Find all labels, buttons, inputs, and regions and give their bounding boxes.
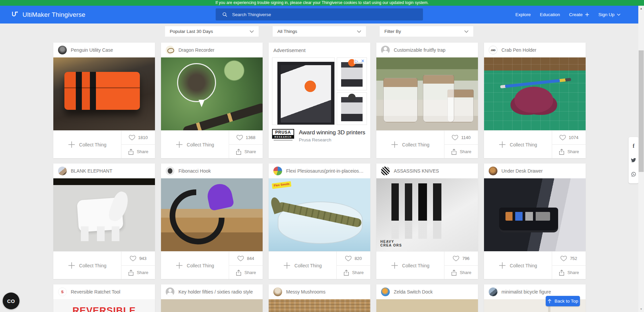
collect-thing-button[interactable]: Collect Thing xyxy=(161,252,229,279)
nav-signup[interactable]: Sign Up xyxy=(598,12,621,17)
thing-title[interactable]: Messy Mushrooms xyxy=(286,289,325,295)
avatar[interactable] xyxy=(166,46,174,54)
avatar[interactable] xyxy=(381,46,390,54)
thing-title[interactable]: Reversible Ratchet Tool xyxy=(71,289,120,295)
scrollbar-thumb[interactable] xyxy=(639,50,644,172)
thing-thumbnail[interactable] xyxy=(484,57,586,130)
like-button[interactable]: 752 xyxy=(552,252,586,266)
ad-body[interactable]: ▷ ✕ PRUSA RESEARCH Award winning 3D prin… xyxy=(269,57,370,142)
thing-card[interactable]: S Reversible Ratchet Tool REVERSIBLE Col… xyxy=(53,284,155,312)
avatar[interactable] xyxy=(273,287,282,296)
avatar[interactable]: J3D xyxy=(489,46,497,54)
share-button[interactable]: Share xyxy=(552,266,586,279)
thing-thumbnail[interactable] xyxy=(53,178,155,251)
collect-thing-button[interactable]: Collect Thing xyxy=(53,131,121,158)
sort-dropdown[interactable]: Popular Last 30 Days xyxy=(165,26,259,37)
search-input[interactable] xyxy=(231,12,423,17)
search-bar[interactable] xyxy=(216,8,423,20)
thing-thumbnail[interactable] xyxy=(376,57,478,130)
thing-card[interactable]: Fibonacci Hook Collect Thing 844 xyxy=(161,164,263,279)
like-button[interactable]: 1368 xyxy=(229,131,263,145)
thing-thumbnail[interactable] xyxy=(269,299,370,312)
thing-title[interactable]: Crab Pen Holder xyxy=(501,47,536,53)
collect-thing-button[interactable]: Collect Thing xyxy=(161,131,229,158)
thing-card[interactable]: J3D Crab Pen Holder Collect Thing xyxy=(484,43,586,158)
thing-card[interactable]: Under Desk Drawer Collect Thing 752 xyxy=(484,164,586,279)
scroll-down-arrow[interactable]: ▼ xyxy=(638,306,644,312)
collect-thing-button[interactable]: Collect Thing xyxy=(269,252,336,279)
thing-title[interactable]: Under Desk Drawer xyxy=(501,168,543,174)
avatar[interactable] xyxy=(166,287,174,296)
avatar[interactable] xyxy=(381,287,390,296)
avatar[interactable] xyxy=(489,167,497,175)
collect-thing-button[interactable]: Collect Thing xyxy=(376,252,444,279)
ad-headline[interactable]: Award winning 3D printers xyxy=(299,129,365,136)
ad-close-icon[interactable]: ✕ xyxy=(361,58,365,64)
thing-type-dropdown[interactable]: All Things xyxy=(273,26,366,37)
facebook-icon[interactable]: f xyxy=(631,143,636,149)
scrollbar[interactable]: ▲ ▼ xyxy=(638,6,644,312)
nav-education[interactable]: Education xyxy=(540,12,560,17)
thing-title[interactable]: Customizable fruitfly trap xyxy=(394,47,445,53)
thing-title[interactable]: Flexi Plesiosaurus(print-in-placeiosauru… xyxy=(286,168,366,174)
like-button[interactable]: 1074 xyxy=(552,131,586,145)
share-button[interactable]: Share xyxy=(121,145,155,158)
avatar[interactable] xyxy=(273,167,282,175)
filter-by-dropdown[interactable]: Filter By xyxy=(380,26,473,37)
collect-thing-button[interactable]: Collect Thing xyxy=(484,131,552,158)
thing-thumbnail[interactable] xyxy=(376,299,478,312)
thing-title[interactable]: Zelda Switch Dock xyxy=(394,289,433,295)
brand[interactable]: UltiMaker Thingiverse xyxy=(12,11,86,18)
thing-card[interactable]: Dragon Recorder Collect Thing 1368 xyxy=(161,43,263,158)
collect-thing-button[interactable]: Collect Thing xyxy=(376,131,444,158)
thing-thumbnail[interactable]: Flex Seeds xyxy=(269,178,370,251)
thing-thumbnail[interactable]: HEAVY CREA ORS xyxy=(376,178,478,251)
avatar[interactable] xyxy=(58,46,67,54)
thing-thumbnail[interactable] xyxy=(161,57,263,130)
twitter-icon[interactable] xyxy=(631,158,636,163)
nav-explore[interactable]: Explore xyxy=(516,12,531,17)
thing-title[interactable]: Penguin Utility Case xyxy=(71,47,113,53)
avatar[interactable]: S xyxy=(58,287,67,296)
collect-thing-button[interactable]: Collect Thing xyxy=(484,252,552,279)
thing-card[interactable]: Penguin Utility Case Collect Thing 1 xyxy=(53,43,155,158)
ad-creative[interactable]: ▷ ✕ xyxy=(272,57,367,125)
avatar[interactable] xyxy=(489,287,497,296)
thing-card[interactable]: Messy Mushrooms Collect Thing xyxy=(269,284,370,312)
scroll-up-arrow[interactable]: ▲ xyxy=(638,6,644,11)
thing-card[interactable]: ASSASSINS KNIVES HEAVY CREA ORS Collect … xyxy=(376,164,478,279)
thing-thumbnail[interactable] xyxy=(53,57,155,130)
ad-image-printer-small-2[interactable] xyxy=(337,92,367,125)
thing-title[interactable]: ASSASSINS KNIVES xyxy=(394,168,439,174)
like-button[interactable]: 1810 xyxy=(121,131,155,145)
thing-card[interactable]: Customizable fruitfly trap Collect Thing xyxy=(376,43,478,158)
share-button[interactable]: Share xyxy=(337,266,370,279)
avatar[interactable] xyxy=(58,167,67,175)
share-button[interactable]: Share xyxy=(444,145,478,158)
avatar[interactable] xyxy=(166,167,174,175)
thing-thumbnail[interactable] xyxy=(161,178,263,251)
like-button[interactable]: 943 xyxy=(121,252,155,266)
thing-card[interactable]: Flexi Plesiosaurus(print-in-placeiosauru… xyxy=(269,164,370,279)
share-button[interactable]: Share xyxy=(229,266,263,279)
avatar[interactable] xyxy=(381,167,390,175)
thing-title[interactable]: BLANK ELEPHANT xyxy=(71,168,112,174)
like-button[interactable]: 844 xyxy=(229,252,263,266)
like-button[interactable]: 796 xyxy=(444,252,478,266)
collect-thing-button[interactable]: Collect Thing xyxy=(53,252,121,279)
whatsapp-icon[interactable] xyxy=(631,172,636,177)
ad-info[interactable]: PRUSA RESEARCH Award winning 3D printers… xyxy=(272,129,367,142)
share-button[interactable]: Share xyxy=(552,145,586,158)
back-to-top-button[interactable]: Back to Top xyxy=(546,296,580,306)
thing-card[interactable]: Zelda Switch Dock Collect Thing xyxy=(376,284,478,312)
share-button[interactable]: Share xyxy=(121,266,155,279)
thing-title[interactable]: Fibonacci Hook xyxy=(178,168,211,174)
share-button[interactable]: Share xyxy=(444,266,478,279)
like-button[interactable]: 1140 xyxy=(444,131,478,145)
thing-title[interactable]: Key holder fifties / sixties radio style xyxy=(178,289,253,295)
thing-thumbnail[interactable] xyxy=(161,299,263,312)
like-button[interactable]: 820 xyxy=(337,252,370,266)
thing-card[interactable]: Key holder fifties / sixties radio style… xyxy=(161,284,263,312)
thing-title[interactable]: Dragon Recorder xyxy=(178,47,214,53)
thing-thumbnail[interactable]: REVERSIBLE xyxy=(53,299,155,312)
